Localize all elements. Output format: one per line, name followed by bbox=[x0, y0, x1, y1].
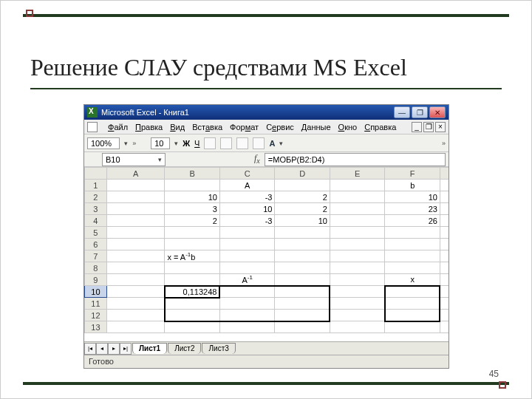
menu-help[interactable]: Справка bbox=[364, 123, 396, 132]
cell[interactable]: 10 bbox=[385, 191, 440, 203]
row-header[interactable]: 13 bbox=[85, 321, 107, 333]
doc-minimize[interactable]: _ bbox=[412, 122, 422, 132]
sheet-tab-3[interactable]: Лист3 bbox=[202, 343, 235, 354]
row-header[interactable]: 6 bbox=[85, 239, 107, 250]
row-header[interactable]: 3 bbox=[85, 203, 107, 215]
cell[interactable]: -3 bbox=[219, 215, 275, 227]
cell[interactable]: A-1 bbox=[219, 274, 275, 286]
menu-file[interactable]: Файл bbox=[108, 123, 128, 132]
row-header[interactable]: 7 bbox=[85, 250, 107, 262]
cell[interactable] bbox=[275, 298, 330, 310]
cell[interactable] bbox=[275, 286, 330, 298]
slide-corner-bullet bbox=[499, 381, 506, 389]
maximize-button[interactable]: ❐ bbox=[412, 106, 428, 118]
col-header[interactable]: E bbox=[330, 168, 385, 180]
name-box[interactable]: B10▾ bbox=[102, 153, 166, 166]
bold-button[interactable]: Ж bbox=[183, 139, 190, 148]
toolbar-overflow-icon[interactable]: » bbox=[132, 140, 136, 147]
cell[interactable] bbox=[385, 286, 440, 298]
cell[interactable]: 10 bbox=[275, 215, 330, 227]
window-title: Microsoft Excel - Книга1 bbox=[101, 108, 189, 117]
tab-first-icon[interactable]: |◂ bbox=[84, 343, 96, 355]
cell[interactable] bbox=[219, 310, 275, 321]
col-header[interactable]: G bbox=[440, 168, 449, 180]
cell[interactable] bbox=[385, 298, 440, 310]
cell[interactable] bbox=[165, 298, 220, 310]
close-button[interactable]: ✕ bbox=[429, 106, 446, 118]
doc-close[interactable]: × bbox=[435, 122, 446, 132]
cell[interactable] bbox=[219, 286, 275, 298]
zoom-combo[interactable]: 100% bbox=[87, 137, 120, 149]
menu-window[interactable]: Окно bbox=[338, 123, 358, 132]
align-button[interactable] bbox=[204, 137, 216, 149]
cell[interactable] bbox=[385, 310, 440, 321]
fontcolor-button[interactable]: A bbox=[269, 139, 275, 148]
menu-view[interactable]: Вид bbox=[170, 123, 185, 132]
row-header[interactable]: 4 bbox=[85, 215, 107, 227]
row-header[interactable]: 9 bbox=[85, 274, 107, 286]
titlebar: Microsoft Excel - Книга1 — ❐ ✕ bbox=[84, 105, 449, 120]
cell[interactable]: b bbox=[385, 180, 440, 191]
cell-formula-text[interactable]: x = A-1b bbox=[165, 250, 220, 262]
menu-insert[interactable]: Вставка bbox=[192, 123, 222, 132]
fontsize-combo[interactable]: 10 bbox=[151, 137, 170, 149]
fx-icon[interactable]: fx bbox=[254, 153, 260, 165]
row-header[interactable]: 10 bbox=[85, 286, 107, 298]
chevron-down-icon[interactable]: ▾ bbox=[279, 140, 283, 147]
underline-button[interactable]: Ч bbox=[194, 139, 200, 148]
menu-data[interactable]: Данные bbox=[301, 123, 331, 132]
row-header[interactable]: 12 bbox=[85, 310, 107, 321]
menu-edit[interactable]: Правка bbox=[135, 123, 163, 132]
col-header[interactable]: C bbox=[219, 168, 275, 180]
merge-button[interactable] bbox=[220, 137, 232, 149]
col-header[interactable]: B bbox=[165, 168, 220, 180]
col-header[interactable]: D bbox=[275, 168, 330, 180]
tab-last-icon[interactable]: ▸| bbox=[120, 343, 132, 355]
minimize-button[interactable]: — bbox=[394, 106, 410, 118]
page-number: 45 bbox=[489, 369, 499, 379]
fillcolor-button[interactable] bbox=[253, 137, 265, 149]
cell[interactable]: 3 bbox=[165, 203, 220, 215]
selectall-corner[interactable] bbox=[85, 168, 107, 180]
chevron-down-icon[interactable]: ▾ bbox=[124, 140, 128, 147]
cell[interactable] bbox=[165, 310, 220, 321]
sheet-tab-2[interactable]: Лист2 bbox=[168, 343, 201, 354]
row-header[interactable]: 11 bbox=[85, 298, 107, 310]
formula-bar[interactable]: =МОБР(B2:D4) bbox=[265, 153, 446, 166]
cell[interactable]: A bbox=[219, 180, 275, 191]
menubar: Файл Правка Вид Вставка Формат Сервис Да… bbox=[84, 120, 449, 134]
col-header[interactable]: A bbox=[106, 168, 165, 180]
cell[interactable]: 10 bbox=[219, 203, 275, 215]
cell[interactable]: -3 bbox=[219, 191, 275, 203]
active-cell[interactable]: 0,113248 bbox=[165, 286, 220, 298]
tab-next-icon[interactable]: ▸ bbox=[108, 343, 120, 355]
formula-row: B10▾ fx =МОБР(B2:D4) bbox=[84, 152, 449, 167]
cell[interactable]: 26 bbox=[385, 215, 440, 227]
cell[interactable]: 10 bbox=[165, 191, 220, 203]
sheet-tab-1[interactable]: Лист1 bbox=[132, 343, 167, 354]
status-bar: Готово bbox=[84, 355, 449, 368]
cell[interactable]: 2 bbox=[165, 215, 220, 227]
row-header[interactable]: 2 bbox=[85, 191, 107, 203]
row-header[interactable]: 5 bbox=[85, 227, 107, 239]
row-header[interactable]: 8 bbox=[85, 262, 107, 274]
doc-restore[interactable]: ❐ bbox=[423, 122, 434, 132]
cell[interactable]: 2 bbox=[275, 203, 330, 215]
menu-format[interactable]: Формат bbox=[230, 123, 259, 132]
excel-icon bbox=[87, 107, 98, 117]
col-header[interactable]: F bbox=[385, 168, 440, 180]
document-icon bbox=[87, 122, 98, 132]
borders-button[interactable] bbox=[236, 137, 248, 149]
worksheet-grid[interactable]: A B C D E F G 1 Ab 2 10-3210 3 310223 4 … bbox=[84, 167, 449, 341]
toolbar-overflow-icon[interactable]: » bbox=[442, 140, 446, 147]
excel-window: Microsoft Excel - Книга1 — ❐ ✕ Файл Прав… bbox=[83, 104, 449, 369]
row-header[interactable]: 1 bbox=[85, 180, 107, 191]
cell[interactable]: 2 bbox=[275, 191, 330, 203]
tab-prev-icon[interactable]: ◂ bbox=[96, 343, 108, 355]
cell[interactable] bbox=[275, 310, 330, 321]
cell[interactable] bbox=[219, 298, 275, 310]
chevron-down-icon[interactable]: ▾ bbox=[174, 140, 178, 147]
cell[interactable]: x bbox=[385, 274, 440, 286]
cell[interactable]: 23 bbox=[385, 203, 440, 215]
menu-tools[interactable]: Сервис bbox=[266, 123, 294, 132]
